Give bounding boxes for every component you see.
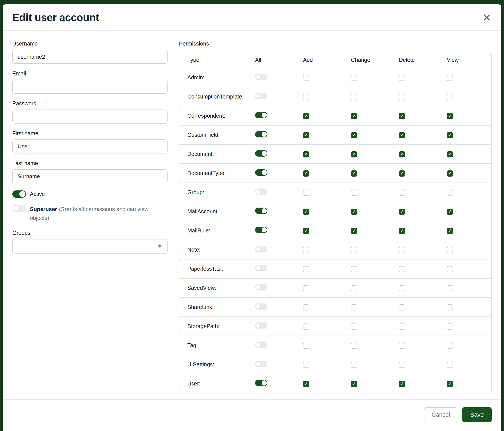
perm-row-user: User: xyxy=(180,374,491,393)
perm-tag-add-checkbox[interactable] xyxy=(303,343,309,349)
close-button[interactable]: × xyxy=(482,10,492,24)
perm-tag-view-checkbox[interactable] xyxy=(447,343,453,349)
save-button[interactable]: Save xyxy=(462,407,492,422)
perm-consumptiontemplate-all-toggle[interactable] xyxy=(255,93,267,99)
perm-correspondent-all-toggle[interactable] xyxy=(255,112,267,118)
first-name-field[interactable] xyxy=(12,139,168,153)
cancel-button[interactable]: Cancel xyxy=(424,407,457,422)
perm-tag-delete-checkbox[interactable] xyxy=(399,343,405,349)
perm-group-view-checkbox[interactable] xyxy=(447,189,453,196)
perm-mailrule-all-toggle[interactable] xyxy=(255,227,267,233)
perm-user-delete-checkbox[interactable] xyxy=(399,381,405,387)
perm-consumptiontemplate-delete-checkbox[interactable] xyxy=(399,94,405,100)
perm-group-delete-checkbox[interactable] xyxy=(399,189,405,196)
toggle-knob xyxy=(256,266,261,271)
perm-uisettings-all-toggle[interactable] xyxy=(255,361,267,367)
perm-mailaccount-view-checkbox[interactable] xyxy=(447,209,453,215)
perm-sharelink-change-checkbox[interactable] xyxy=(351,304,357,311)
perm-uisettings-add-checkbox[interactable] xyxy=(303,362,309,368)
perm-savedview-change-checkbox[interactable] xyxy=(351,285,357,291)
perm-sharelink-delete-checkbox[interactable] xyxy=(399,304,405,311)
perm-documenttype-change-checkbox[interactable] xyxy=(351,171,357,177)
toggle-knob xyxy=(256,342,261,347)
perm-customfield-all-toggle[interactable] xyxy=(255,131,267,137)
perm-user-all-toggle[interactable] xyxy=(255,380,267,386)
perm-documenttype-view-checkbox[interactable] xyxy=(447,171,453,177)
perm-paperlesstask-add-checkbox[interactable] xyxy=(303,266,309,272)
perm-mailaccount-add-checkbox[interactable] xyxy=(303,209,309,215)
perm-admin-change-checkbox[interactable] xyxy=(351,75,357,81)
perm-savedview-all-toggle[interactable] xyxy=(255,284,267,290)
perm-note-change-checkbox[interactable] xyxy=(351,247,357,253)
email-field[interactable] xyxy=(12,80,168,94)
perm-mailaccount-change-checkbox[interactable] xyxy=(351,209,357,215)
perm-paperlesstask-delete-checkbox[interactable] xyxy=(399,266,405,272)
last-name-field[interactable] xyxy=(12,169,168,183)
perm-tag-all-toggle[interactable] xyxy=(255,341,267,348)
perm-mailaccount-all-toggle[interactable] xyxy=(255,207,267,214)
perm-paperlesstask-change-checkbox[interactable] xyxy=(351,266,357,272)
perm-storagepath-all-toggle[interactable] xyxy=(255,322,267,329)
perm-note-view-checkbox[interactable] xyxy=(447,247,453,253)
perm-document-delete-checkbox[interactable] xyxy=(399,151,405,157)
perm-user-add-checkbox[interactable] xyxy=(303,381,309,387)
perm-admin-all-toggle[interactable] xyxy=(255,74,267,80)
perm-col-delete: Delete xyxy=(395,52,443,68)
perm-correspondent-view-checkbox[interactable] xyxy=(447,113,453,119)
perm-documenttype-delete-checkbox[interactable] xyxy=(399,171,405,177)
perm-consumptiontemplate-add-checkbox[interactable] xyxy=(303,94,309,100)
perm-customfield-change-checkbox[interactable] xyxy=(351,132,357,138)
perm-consumptiontemplate-change-checkbox[interactable] xyxy=(351,94,357,100)
perm-documenttype-all-toggle[interactable] xyxy=(255,169,267,176)
perm-uisettings-delete-checkbox[interactable] xyxy=(399,362,405,368)
perm-uisettings-change-checkbox[interactable] xyxy=(351,362,357,368)
perm-tag-change-checkbox[interactable] xyxy=(351,343,357,349)
perm-user-change-checkbox[interactable] xyxy=(351,381,357,387)
perm-admin-view-checkbox[interactable] xyxy=(447,75,453,81)
perm-mailrule-view-checkbox[interactable] xyxy=(447,228,453,234)
perm-sharelink-all-toggle[interactable] xyxy=(255,303,267,310)
perm-customfield-delete-checkbox[interactable] xyxy=(399,132,405,138)
perm-savedview-view-checkbox[interactable] xyxy=(447,285,453,291)
password-field[interactable] xyxy=(12,109,168,124)
perm-sharelink-add-checkbox[interactable] xyxy=(303,304,309,311)
groups-select[interactable] xyxy=(12,239,168,253)
perm-document-add-checkbox[interactable] xyxy=(303,151,309,157)
perm-mailrule-change-checkbox[interactable] xyxy=(351,228,357,234)
perm-group-all-toggle[interactable] xyxy=(255,189,267,195)
perm-storagepath-view-checkbox[interactable] xyxy=(447,323,453,330)
perm-admin-add-checkbox[interactable] xyxy=(303,75,309,81)
perm-customfield-view-checkbox[interactable] xyxy=(447,132,453,138)
perm-storagepath-add-checkbox[interactable] xyxy=(303,323,309,330)
perm-savedview-add-checkbox[interactable] xyxy=(303,285,309,291)
perm-note-delete-checkbox[interactable] xyxy=(399,247,405,253)
perm-group-change-checkbox[interactable] xyxy=(351,189,357,196)
perm-mailrule-add-checkbox[interactable] xyxy=(303,228,309,234)
perm-mailaccount-delete-checkbox[interactable] xyxy=(399,209,405,215)
perm-consumptiontemplate-view-checkbox[interactable] xyxy=(447,94,453,100)
perm-note-add-checkbox[interactable] xyxy=(303,247,309,253)
perm-group-add-checkbox[interactable] xyxy=(303,189,309,196)
perm-user-view-checkbox[interactable] xyxy=(447,381,453,387)
active-toggle[interactable] xyxy=(12,190,26,198)
perm-uisettings-view-checkbox[interactable] xyxy=(447,362,453,368)
perm-customfield-add-checkbox[interactable] xyxy=(303,132,309,138)
perm-admin-delete-checkbox[interactable] xyxy=(399,75,405,81)
perm-document-change-checkbox[interactable] xyxy=(351,151,357,157)
superuser-toggle[interactable] xyxy=(12,205,26,212)
perm-document-all-toggle[interactable] xyxy=(255,150,267,157)
perm-correspondent-delete-checkbox[interactable] xyxy=(399,113,405,119)
perm-storagepath-delete-checkbox[interactable] xyxy=(399,323,405,330)
perm-correspondent-add-checkbox[interactable] xyxy=(303,113,309,119)
perm-savedview-delete-checkbox[interactable] xyxy=(399,285,405,291)
perm-document-view-checkbox[interactable] xyxy=(447,151,453,157)
perm-note-all-toggle[interactable] xyxy=(255,246,267,252)
perm-paperlesstask-view-checkbox[interactable] xyxy=(447,266,453,272)
perm-paperlesstask-all-toggle[interactable] xyxy=(255,265,267,271)
username-input[interactable] xyxy=(12,50,168,64)
perm-documenttype-add-checkbox[interactable] xyxy=(303,171,309,177)
perm-correspondent-change-checkbox[interactable] xyxy=(351,113,357,119)
perm-storagepath-change-checkbox[interactable] xyxy=(351,323,357,330)
perm-mailrule-delete-checkbox[interactable] xyxy=(399,228,405,234)
perm-sharelink-view-checkbox[interactable] xyxy=(447,304,453,311)
